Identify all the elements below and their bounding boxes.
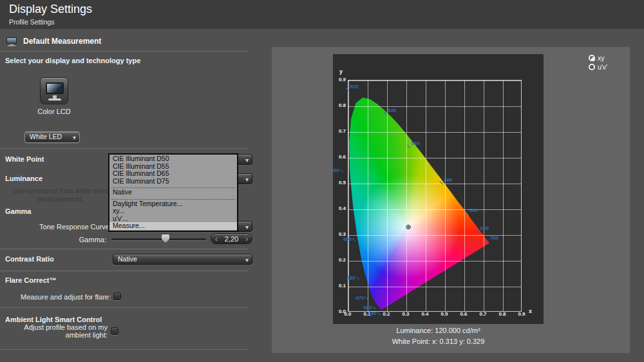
menu-separator (111, 197, 235, 200)
chevron-down-icon: ▾ (245, 155, 249, 165)
divider (0, 271, 248, 271)
y-tick-label: 0.4 (334, 205, 346, 211)
trc-label: Tone Response Curve: (19, 223, 111, 231)
wavelength-label: 380 (368, 310, 376, 316)
mode-xy-label: xy (598, 54, 605, 62)
y-tick-label: 0.9 (334, 77, 346, 82)
mode-option-uv[interactable]: u'v' (589, 62, 607, 71)
chromaticity-chart: y x ⊕ 5205405605806006207005004904804704… (333, 54, 544, 324)
flare-label: Measure and adjust for flare: (13, 293, 111, 301)
menu-item[interactable]: CIE Illuminant D65 (109, 170, 237, 178)
page-title: Display Settings (9, 3, 92, 16)
x-tick-label: 0.2 (379, 311, 394, 317)
ambient-light-title: Ambient Light Smart Control (5, 316, 102, 323)
white-point-label: White Point (5, 155, 44, 163)
menu-item[interactable]: CIE Illuminant D50 (109, 155, 237, 163)
display-type-label: Color LCD (25, 108, 83, 115)
luminance-hint: Use luminance from white point measureme… (12, 187, 109, 204)
wavelength-label: 620 (480, 225, 489, 231)
spectral-locus-shape (348, 81, 521, 311)
contrast-ratio-value: Native (118, 255, 137, 263)
section-title: Default Measurement (23, 37, 101, 46)
wavelength-label: 460 (363, 304, 372, 310)
gamma-slider-thumb[interactable] (162, 234, 169, 243)
technology-type-dropdown[interactable]: White LED ▾ (24, 131, 80, 143)
menu-item[interactable]: CIE Illuminant D75 (109, 178, 237, 186)
wavelength-label: 600 (469, 207, 478, 213)
wavelength-label: 700 (490, 234, 498, 240)
flare-checkbox[interactable] (113, 292, 121, 300)
y-tick-label: 0.0 (334, 309, 346, 314)
mode-uv-label: u'v' (598, 63, 607, 71)
menu-item[interactable]: xy... (109, 207, 237, 215)
mode-option-xy[interactable]: xy (589, 53, 607, 62)
white-point-readout: White Point: x: 0.313 y: 0.329 (333, 338, 544, 345)
chevron-down-icon: ▾ (73, 133, 76, 142)
x-tick-label: 0.3 (398, 311, 413, 317)
divider (0, 249, 248, 249)
technology-type-value: White LED (30, 133, 62, 140)
y-tick-label: 0.7 (334, 128, 346, 134)
wavelength-label: 470 (355, 295, 364, 301)
gamma-slider-track[interactable] (111, 238, 206, 240)
gamma-section-label: Gamma (5, 207, 31, 215)
menu-item[interactable]: Measure... (109, 222, 237, 230)
display-settings-window: Display Settings Profile Settings Defaul… (0, 0, 644, 362)
wavelength-label: 520 (350, 83, 358, 89)
wavelength-label: 480 (346, 275, 355, 281)
coordinate-mode-group: xy u'v' (589, 53, 607, 71)
x-tick-label: 0.5 (437, 311, 452, 317)
wavelength-label: 580 (444, 177, 452, 183)
header: Display Settings Profile Settings (0, 0, 644, 29)
page-subtitle: Profile Settings (9, 18, 55, 26)
menu-item[interactable]: Daylight Temperature... (109, 200, 237, 208)
x-tick-label: 0.8 (495, 311, 510, 317)
chromaticity-plot: ⊕ 52054056058060062070050049048047046038… (348, 80, 522, 312)
x-tick-label: 0.9 (514, 311, 529, 317)
x-tick-label: 0.4 (417, 311, 433, 317)
display-icon (46, 82, 64, 94)
chevron-down-icon: ▾ (245, 255, 249, 265)
menu-item[interactable]: Native (109, 189, 237, 196)
wavelength-label: 500 (330, 167, 339, 173)
gamma-label: Gamma: (61, 236, 106, 243)
divider (0, 349, 248, 350)
luminance-label: Luminance (5, 175, 43, 182)
wavelength-label: 490 (343, 236, 351, 242)
monitor-icon (6, 37, 18, 46)
y-tick-label: 0.5 (334, 180, 346, 186)
ambient-checkbox[interactable] (111, 327, 118, 335)
x-tick-label: 0.6 (456, 311, 471, 317)
y-tick-label: 0.1 (334, 283, 346, 289)
stepper-decrease-button[interactable]: ‹ (215, 234, 218, 243)
flare-correct-title: Flare Correct™ (5, 276, 56, 284)
chevron-down-icon: ▾ (245, 222, 249, 232)
white-point-menu: CIE Illuminant D50CIE Illuminant D55CIE … (108, 153, 238, 232)
y-tick-label: 0.6 (334, 154, 346, 160)
select-display-label: Select your display and technology type (5, 57, 140, 64)
radio-selected-icon[interactable] (589, 55, 595, 61)
chart-panel: xy u'v' y x ⊕ 52054056058060062070050049… (272, 47, 630, 353)
contrast-ratio-label: Contrast Ratio (5, 255, 54, 263)
gamma-stepper[interactable]: ‹ 2,20 › (211, 233, 252, 244)
divider (0, 307, 248, 308)
contrast-ratio-dropdown[interactable]: Native ▾ (113, 254, 252, 265)
luminance-readout: Luminance: 120.000 cd/m² (333, 327, 544, 334)
gamma-value: 2,20 (225, 235, 238, 243)
wavelength-label: 560 (412, 140, 420, 146)
radio-unselected-icon[interactable] (589, 64, 595, 70)
wavelength-label: 540 (388, 107, 396, 113)
y-tick-label: 0.8 (334, 102, 346, 108)
x-tick-label: 0.7 (475, 311, 491, 317)
y-tick-label: 0.2 (334, 257, 346, 263)
stepper-increase-button[interactable]: › (245, 234, 248, 243)
white-point-marker: ⊕ (406, 223, 412, 231)
divider (0, 51, 248, 52)
ambient-label: Adjust profile based on my ambient light… (23, 323, 108, 339)
divider (0, 148, 248, 149)
chevron-down-icon: ▾ (245, 175, 249, 184)
y-axis-label: y (339, 68, 343, 75)
display-type-button[interactable] (40, 77, 68, 104)
